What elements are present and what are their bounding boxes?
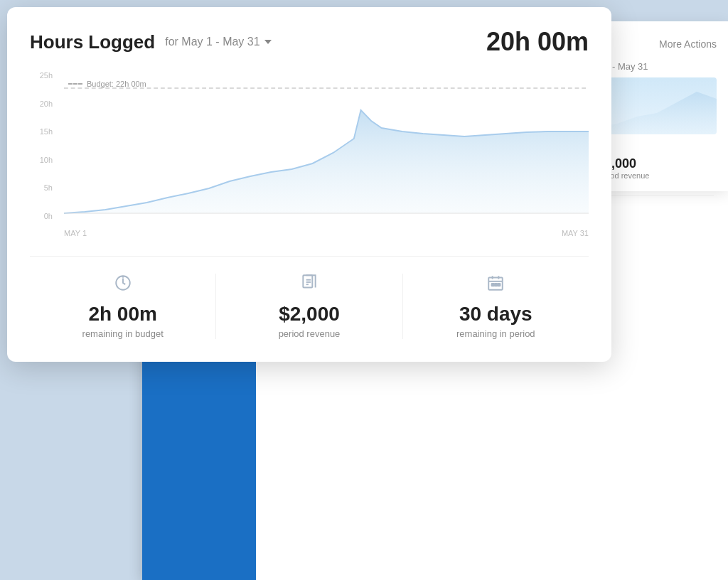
chart-svg: [64, 71, 589, 220]
bg-mini-chart: [597, 77, 717, 134]
card-period[interactable]: for May 1 - May 31: [165, 36, 271, 48]
x-label-may31: MAY 31: [562, 229, 589, 237]
y-label-0: 0h: [44, 212, 53, 220]
y-label-10: 10h: [40, 156, 53, 164]
bg-period: y 1 - May 31: [597, 61, 717, 72]
chart-svg-area: Budget: 22h 00m: [64, 71, 589, 220]
y-label-20: 20h: [40, 100, 53, 108]
dashed-line-icon: [68, 83, 82, 85]
bg-stat-value: $2,000: [597, 156, 717, 171]
stat-days: 30 days remaining in period: [403, 274, 589, 339]
calendar-icon: [486, 274, 505, 296]
stat-budget: 2h 00m remaining in budget: [30, 274, 216, 339]
y-label-15: 15h: [40, 127, 53, 136]
y-label-25: 25h: [40, 71, 53, 80]
stat-budget-label: remaining in budget: [82, 328, 164, 339]
stat-days-value: 30 days: [459, 304, 532, 326]
bg-stat: 📋 $2,000 period revenue: [597, 143, 717, 180]
y-axis: 25h 20h 15h 10h 5h 0h: [30, 71, 58, 220]
svg-rect-14: [498, 284, 500, 286]
stats-row: 2h 00m remaining in budget $2,000 period…: [30, 256, 589, 339]
card-title: Hours Logged: [30, 31, 155, 53]
card-header: Hours Logged for May 1 - May 31 20h 00m: [30, 27, 589, 57]
stat-revenue: $2,000 period revenue: [216, 274, 402, 339]
svg-point-3: [122, 276, 123, 277]
svg-rect-13: [495, 284, 497, 286]
bg-stat-label: period revenue: [597, 171, 717, 180]
stat-revenue-value: $2,000: [279, 304, 340, 326]
more-actions-label[interactable]: More Actions: [597, 33, 717, 61]
svg-rect-12: [492, 284, 494, 286]
stat-revenue-label: period revenue: [279, 328, 341, 339]
svg-rect-4: [303, 275, 312, 287]
document-dollar-icon: [300, 274, 318, 296]
x-axis: MAY 1 MAY 31: [64, 225, 589, 242]
hours-card: Hours Logged for May 1 - May 31 20h 00m …: [7, 7, 611, 362]
bg-stat-icon: 📋: [597, 143, 717, 156]
card-title-group: Hours Logged for May 1 - May 31: [30, 31, 272, 53]
card-total: 20h 00m: [486, 27, 589, 57]
stat-days-label: remaining in period: [456, 328, 535, 339]
stat-budget-value: 2h 00m: [88, 304, 157, 326]
budget-label: Budget: 22h 00m: [68, 80, 146, 88]
chart-area: 25h 20h 15h 10h 5h 0h Budget: 22h 00m: [30, 71, 589, 242]
period-chevron-icon: [264, 40, 272, 44]
x-label-may1: MAY 1: [64, 229, 87, 237]
y-label-5: 5h: [44, 183, 53, 192]
clock-icon: [114, 274, 132, 296]
